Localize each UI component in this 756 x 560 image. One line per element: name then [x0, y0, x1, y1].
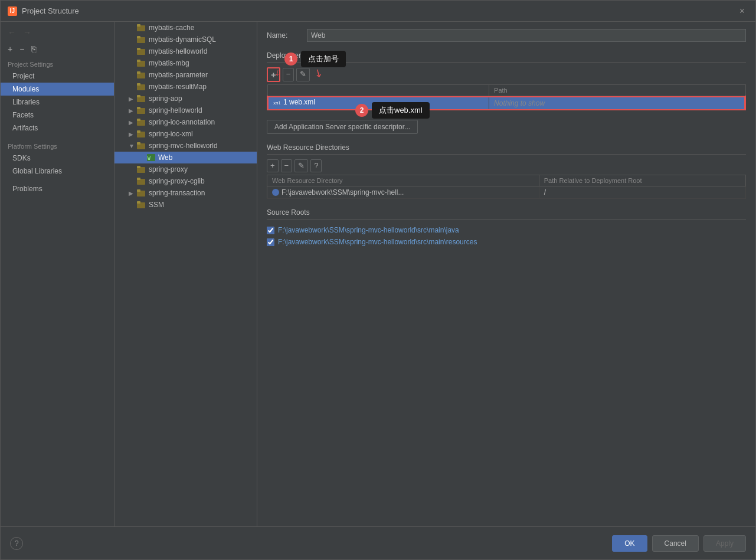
- expand-icon: ▶: [129, 119, 137, 126]
- svg-rect-7: [137, 60, 140, 62]
- help-button[interactable]: ?: [10, 537, 23, 550]
- apply-button[interactable]: Apply: [703, 535, 746, 552]
- wr-edit-button[interactable]: ✎: [294, 159, 308, 172]
- xml-file-icon: xml: [273, 98, 281, 106]
- footer-left: ?: [10, 537, 23, 550]
- wr-help-button[interactable]: ?: [310, 159, 322, 172]
- copy-module-button[interactable]: ⎘: [29, 43, 38, 55]
- sidebar-item-modules[interactable]: Modules: [1, 83, 114, 96]
- cancel-button[interactable]: Cancel: [652, 535, 699, 552]
- sidebar-item-sdks[interactable]: SDKs: [1, 152, 114, 165]
- tree-item-mybatis-helloworld[interactable]: mybatis-helloworld: [114, 45, 257, 57]
- tree-item-mybatis-dynamicSQL[interactable]: mybatis-dynamicSQL: [114, 34, 257, 45]
- folder-icon: [137, 35, 146, 44]
- back-button[interactable]: ←: [5, 27, 18, 38]
- dialog-title: Project Structure: [22, 6, 79, 15]
- source-root-resources-path: F:\javawebwork\SSM\spring-mvc-helloworld…: [278, 238, 477, 246]
- sidebar-item-libraries[interactable]: Libraries: [1, 96, 114, 109]
- project-structure-dialog: IJ Project Structure × ← → + − ⎘ Project…: [0, 0, 756, 560]
- sidebar-item-artifacts[interactable]: Artifacts: [1, 122, 114, 135]
- svg-rect-29: [137, 189, 140, 192]
- svg-rect-27: [137, 178, 140, 180]
- add-server-descriptor-button[interactable]: Add Application Server specific descript…: [267, 120, 418, 134]
- tree-toolbar: + − ⎘: [1, 41, 114, 57]
- folder-icon: [137, 165, 146, 173]
- tree-item-mybatis-resultMap[interactable]: mybatis-resultMap: [114, 81, 257, 93]
- nav-toolbar: ← →: [1, 24, 114, 41]
- dd-add-button[interactable]: +: [267, 67, 280, 82]
- section-divider: [267, 62, 746, 63]
- main-content: ← → + − ⎘ Project Settings Project Modul…: [1, 22, 755, 526]
- source-root-item-resources: F:\javawebwork\SSM\spring-mvc-helloworld…: [267, 236, 746, 248]
- folder-icon: [137, 47, 146, 55]
- close-button[interactable]: ×: [736, 5, 748, 18]
- wr-remove-button[interactable]: −: [281, 159, 293, 172]
- source-roots-divider: [267, 219, 746, 220]
- forward-button[interactable]: →: [21, 27, 34, 38]
- source-root-java-checkbox[interactable]: [267, 227, 274, 234]
- wr-icon: [272, 189, 279, 196]
- folder-icon: [137, 118, 146, 126]
- wr-table: Web Resource Directory Path Relative to …: [267, 175, 746, 199]
- tree-item-spring-helloworld[interactable]: ▶ spring-helloworld: [114, 104, 257, 116]
- wr-add-button[interactable]: +: [267, 159, 279, 172]
- source-root-item-java: F:\javawebwork\SSM\spring-mvc-helloworld…: [267, 224, 746, 236]
- sidebar-item-project[interactable]: Project: [1, 70, 114, 83]
- svg-rect-17: [137, 119, 140, 121]
- tree-item-mybatis-mbg[interactable]: mybatis-mbg: [114, 57, 257, 69]
- sidebar-item-global-libraries[interactable]: Global Libraries: [1, 165, 114, 178]
- dd-toolbar: + − ✎: [267, 67, 746, 82]
- app-icon: IJ: [8, 6, 17, 16]
- dd-row-name: xml 1 web.xml: [267, 96, 489, 110]
- svg-rect-31: [137, 201, 140, 204]
- dd-edit-button[interactable]: ✎: [296, 68, 310, 81]
- svg-rect-1: [137, 24, 140, 27]
- folder-icon: [137, 71, 146, 79]
- deployment-descriptor-title: Deployment Descriptor: [267, 51, 746, 60]
- dd-col-path: Path: [489, 85, 745, 96]
- tree-item-spring-transaction[interactable]: ▶ spring-transaction: [114, 187, 257, 199]
- wr-table-row[interactable]: F:\javawebwork\SSM\spring-mvc-hell... /: [267, 186, 746, 199]
- sidebar-item-facets[interactable]: Facets: [1, 109, 114, 122]
- platform-settings-label: Platform Settings: [1, 139, 114, 152]
- svg-text:W: W: [148, 156, 150, 161]
- folder-icon: [137, 130, 146, 138]
- folder-icon: [137, 177, 146, 185]
- tree-item-spring-mvc-helloworld[interactable]: ▼ spring-mvc-helloworld: [114, 140, 257, 152]
- svg-rect-13: [137, 95, 140, 97]
- svg-rect-5: [137, 48, 140, 50]
- tree-item-mybatis-cache[interactable]: mybatis-cache: [114, 22, 257, 34]
- dd-remove-button[interactable]: −: [283, 68, 294, 81]
- dd-table-row[interactable]: xml 1 web.xml Nothing to show: [267, 96, 745, 110]
- title-bar: IJ Project Structure ×: [1, 1, 755, 22]
- tree-item-web[interactable]: W Web: [114, 152, 257, 163]
- source-roots-title: Source Roots: [267, 208, 746, 217]
- web-module-icon: W: [146, 153, 156, 162]
- svg-rect-11: [137, 83, 140, 86]
- folder-icon: [137, 83, 146, 91]
- tree-item-ssm[interactable]: SSM: [114, 199, 257, 211]
- name-input[interactable]: [307, 29, 746, 42]
- tree-item-spring-proxy-cglib[interactable]: spring-proxy-cglib: [114, 175, 257, 187]
- sidebar: ← → + − ⎘ Project Settings Project Modul…: [1, 22, 114, 526]
- tree-item-spring-ioc-xml[interactable]: ▶ spring-ioc-xml: [114, 128, 257, 140]
- tree-item-spring-ioc-annotation[interactable]: ▶ spring-ioc-annotation: [114, 116, 257, 128]
- tree-item-spring-aop[interactable]: ▶ spring-aop: [114, 93, 257, 104]
- source-root-resources-checkbox[interactable]: [267, 238, 274, 246]
- dd-col-name: [267, 85, 489, 96]
- footer: ? OK Cancel Apply: [1, 526, 755, 559]
- remove-module-button[interactable]: −: [17, 43, 27, 55]
- sidebar-item-problems[interactable]: Problems: [1, 182, 114, 195]
- tree-item-mybatis-parameter[interactable]: mybatis-parameter: [114, 69, 257, 81]
- folder-open-icon: [137, 142, 146, 150]
- dd-table: Path xml: [267, 84, 746, 110]
- tree-item-spring-proxy[interactable]: spring-proxy: [114, 163, 257, 175]
- svg-rect-25: [137, 166, 140, 168]
- footer-right: OK Cancel Apply: [612, 535, 746, 552]
- ok-button[interactable]: OK: [612, 535, 647, 552]
- module-tree-panel: mybatis-cache mybatis-dynamicSQL mybatis…: [114, 22, 257, 526]
- wr-divider: [267, 154, 746, 155]
- add-module-button[interactable]: +: [5, 43, 15, 55]
- folder-icon: [137, 106, 146, 114]
- wr-col2: Path Relative to Deployment Root: [539, 175, 745, 186]
